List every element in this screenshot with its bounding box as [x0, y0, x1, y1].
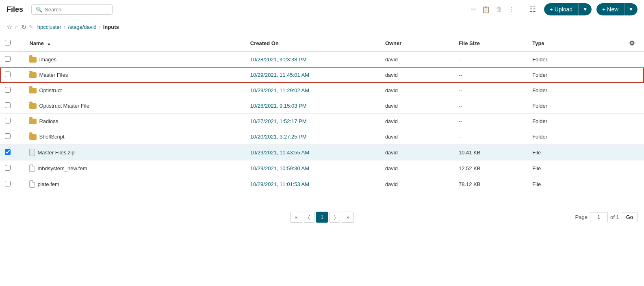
file-name[interactable]: Radioss	[39, 118, 58, 124]
page-number-input[interactable]	[590, 212, 608, 222]
file-name[interactable]: ShellScript	[39, 134, 64, 140]
row-checkbox[interactable]	[5, 102, 11, 108]
table-row[interactable]: ShellScript10/20/2021, 3:27:25 PMdavid--…	[0, 129, 644, 145]
row-actions	[620, 83, 644, 98]
file-size: --	[454, 83, 527, 98]
breadcrumb-sep1: ›	[64, 24, 65, 30]
prev-page-button[interactable]: (	[304, 212, 314, 223]
name-cell: Master Files	[29, 72, 240, 78]
page-label: Page	[575, 214, 588, 220]
current-page-button[interactable]: 1	[316, 212, 328, 223]
row-checkbox[interactable]	[5, 165, 11, 171]
file-name[interactable]: Optistruct	[39, 87, 62, 93]
owner: david	[380, 52, 454, 67]
file-size: --	[454, 52, 527, 67]
type-column-header[interactable]: Type	[527, 35, 619, 52]
file-type: Folder	[527, 98, 619, 114]
go-button[interactable]: Go	[622, 212, 637, 222]
breadcrumb-path[interactable]: /stage/david	[68, 24, 96, 30]
row-checkbox[interactable]	[5, 87, 11, 93]
name-column-header[interactable]: Name ▲	[24, 35, 245, 52]
breadcrumb-current: inputs	[103, 24, 119, 30]
search-input[interactable]	[45, 6, 108, 13]
header: Files 🔍 ✂ 📋 🗑 ⋮ ☷ + Upload ▼ + New ▼	[0, 0, 644, 19]
upload-button[interactable]: + Upload	[544, 3, 578, 15]
row-checkbox[interactable]	[5, 181, 11, 186]
table-row[interactable]: Optistruct Master File10/28/2021, 9:15:0…	[0, 98, 644, 114]
created-date: 10/28/2021, 9:23:38 PM	[245, 52, 380, 67]
owner: david	[380, 114, 454, 129]
row-checkbox[interactable]	[5, 118, 11, 124]
file-name[interactable]: mbdsystem_new.fem	[37, 165, 87, 171]
folder-icon	[29, 103, 37, 109]
new-button[interactable]: + New	[596, 3, 624, 15]
file-name[interactable]: Master Files.zip	[37, 150, 74, 156]
folder-icon	[29, 88, 37, 93]
star-icon[interactable]: ☆	[7, 23, 12, 31]
edit-icon[interactable]: ✎	[29, 24, 33, 30]
select-all-header[interactable]	[0, 35, 24, 52]
file-size: 78.12 KB	[454, 176, 527, 192]
page-title: Files	[7, 5, 23, 14]
table-header: Name ▲ Created On Owner File Size Type ⚙	[0, 35, 644, 52]
name-cell: Images	[29, 56, 240, 63]
owner: david	[380, 129, 454, 145]
created-date: 10/28/2021, 9:15:03 PM	[245, 98, 380, 114]
folder-icon	[29, 119, 37, 124]
table-row[interactable]: Master Files10/29/2021, 11:45:01 AMdavid…	[0, 67, 644, 83]
select-all-checkbox[interactable]	[5, 40, 11, 46]
table-row[interactable]: Radioss10/27/2021, 1:52:17 PMdavid--Fold…	[0, 114, 644, 129]
new-button-group: + New ▼	[596, 3, 637, 15]
file-name[interactable]: Master Files	[39, 72, 68, 78]
row-actions	[620, 145, 644, 160]
row-checkbox[interactable]	[5, 72, 11, 77]
table-row[interactable]: Optistruct10/29/2021, 11:29:02 AMdavid--…	[0, 83, 644, 98]
more-options-icon[interactable]: ⋮	[508, 6, 514, 13]
row-checkbox[interactable]	[5, 56, 11, 62]
created-column-header[interactable]: Created On	[245, 35, 380, 52]
zip-icon	[29, 149, 35, 156]
owner-column-header[interactable]: Owner	[380, 35, 454, 52]
search-box: 🔍	[31, 4, 113, 15]
table-row[interactable]: Master Files.zip10/29/2021, 11:43:55 AMd…	[0, 145, 644, 160]
home-icon[interactable]: ⌂	[15, 24, 19, 31]
last-page-button[interactable]: »	[342, 212, 353, 223]
search-icon: 🔍	[36, 6, 42, 13]
next-page-button[interactable]: )	[330, 212, 340, 223]
table-row[interactable]: plate.fem10/29/2021, 11:01:53 AMdavid78.…	[0, 176, 644, 192]
settings-gear-icon[interactable]: ⚙	[629, 40, 635, 47]
table-row[interactable]: Images10/28/2021, 9:23:38 PMdavid--Folde…	[0, 52, 644, 67]
new-dropdown-button[interactable]: ▼	[624, 3, 637, 15]
created-date: 10/27/2021, 1:52:17 PM	[245, 114, 380, 129]
settings-column-header[interactable]: ⚙	[620, 35, 644, 52]
file-name[interactable]: Images	[39, 56, 56, 63]
file-type: Folder	[527, 83, 619, 98]
row-actions	[620, 129, 644, 145]
toolbar-icons: ✂ 📋 🗑 ⋮ ☷	[471, 4, 536, 14]
row-checkbox[interactable]	[5, 149, 11, 155]
file-name[interactable]: Optistruct Master File	[39, 103, 89, 109]
breadcrumb: ☆ ⌂ ↻ ✎ hpccluster › /stage/david › inpu…	[0, 19, 644, 35]
cut-icon[interactable]: ✂	[471, 6, 476, 13]
file-size: --	[454, 67, 527, 83]
owner: david	[380, 83, 454, 98]
owner: david	[380, 145, 454, 160]
row-checkbox[interactable]	[5, 133, 11, 139]
delete-icon[interactable]: 🗑	[496, 6, 502, 13]
upload-dropdown-button[interactable]: ▼	[578, 3, 592, 15]
file-type: Folder	[527, 129, 619, 145]
size-column-header[interactable]: File Size	[454, 35, 527, 52]
first-page-button[interactable]: «	[290, 212, 302, 223]
breadcrumb-cluster[interactable]: hpccluster	[37, 24, 61, 30]
copy-icon[interactable]: 📋	[482, 6, 490, 13]
file-name[interactable]: plate.fem	[37, 181, 59, 187]
folder-icon	[29, 57, 37, 63]
file-size: --	[454, 114, 527, 129]
table-row[interactable]: mbdsystem_new.fem10/29/2021, 10:59:30 AM…	[0, 160, 644, 176]
refresh-icon[interactable]: ↻	[21, 23, 26, 31]
grid-view-icon[interactable]: ☷	[529, 5, 536, 14]
file-table: Name ▲ Created On Owner File Size Type ⚙…	[0, 35, 644, 192]
row-actions	[620, 176, 644, 192]
name-cell: Optistruct	[29, 87, 240, 93]
file-table-container: Name ▲ Created On Owner File Size Type ⚙…	[0, 35, 644, 192]
